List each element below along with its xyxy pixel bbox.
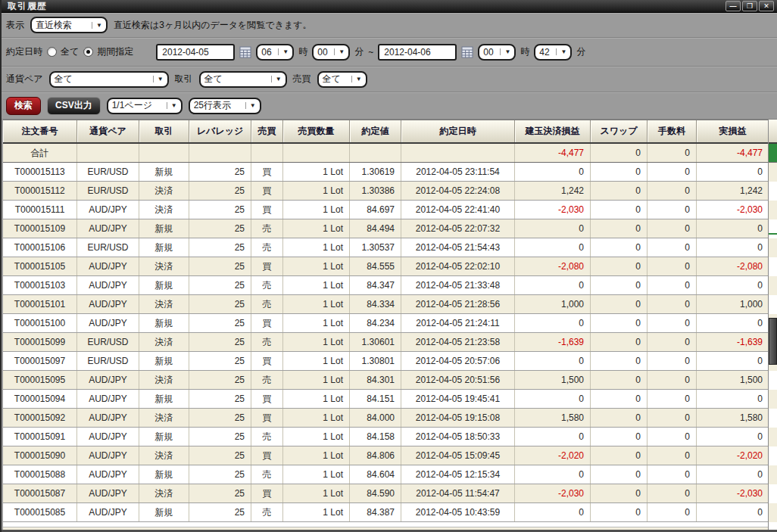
cell-fee: 0 bbox=[648, 503, 697, 521]
to-hour-select[interactable]: 00 ▼ bbox=[478, 44, 516, 61]
cell-net-pl: -2,020 bbox=[697, 446, 769, 465]
cell-side: 買 bbox=[251, 314, 283, 332]
cell-swap: 0 bbox=[591, 371, 648, 389]
chevron-down-icon: ▼ bbox=[92, 22, 102, 29]
cell-exec-price: 1.30619 bbox=[350, 163, 401, 181]
cell-exec-price: 84.151 bbox=[350, 390, 401, 408]
radio-period[interactable]: 期間指定 bbox=[83, 45, 133, 58]
close-button[interactable]: ✕ bbox=[759, 1, 774, 11]
action-row: 検索 CSV出力 1/1ページ ▼ 25行表示 ▼ bbox=[2, 92, 777, 120]
clipped-total-cell bbox=[769, 144, 777, 163]
display-note: 直近検索は3ヶ月以内のデータを閲覧できます。 bbox=[114, 19, 312, 32]
to-date-calendar-icon[interactable] bbox=[461, 46, 473, 58]
cell-currency-pair: EUR/USD bbox=[77, 182, 139, 200]
cell-net-pl: 0 bbox=[697, 314, 769, 332]
vertical-scrollbar-thumb[interactable] bbox=[769, 318, 777, 365]
cell-side: 買 bbox=[251, 446, 283, 465]
cell-trade-type: 新規 bbox=[139, 352, 189, 370]
cell-side: 売 bbox=[251, 276, 283, 294]
cell-position-pl: 0 bbox=[515, 219, 591, 238]
display-label: 表示 bbox=[6, 19, 24, 32]
cell-quantity: 1 Lot bbox=[283, 484, 350, 502]
datetime-filter-row: 約定日時 全て 期間指定 2012-04-05 06 ▼ 時 00 ▼ 分 ~ … bbox=[2, 38, 777, 67]
cell-net-pl: 1,580 bbox=[697, 409, 769, 427]
clipped-green-tick bbox=[769, 233, 777, 235]
cell-trade-type: 新規 bbox=[139, 503, 189, 521]
chevron-down-icon: ▼ bbox=[334, 48, 345, 55]
table-row: T000015099 EUR/USD 決済 25 売 1 Lot 1.30601… bbox=[3, 333, 769, 352]
window-title: 取引履歴 bbox=[8, 0, 47, 13]
total-net-pl: -4,477 bbox=[697, 144, 769, 162]
minimize-button[interactable]: — bbox=[726, 1, 741, 11]
display-select[interactable]: 直近検索 ▼ bbox=[30, 17, 108, 33]
cell-swap: 0 bbox=[591, 409, 648, 427]
datetime-label: 約定日時 bbox=[6, 45, 42, 58]
cell-leverage: 25 bbox=[189, 446, 251, 465]
cell-order-number: T000015095 bbox=[3, 371, 77, 389]
to-minute-select[interactable]: 42 ▼ bbox=[534, 44, 572, 61]
cell-trade-type: 新規 bbox=[139, 390, 189, 408]
radio-all[interactable]: 全て bbox=[47, 45, 79, 58]
cell-side: 売 bbox=[251, 295, 283, 313]
total-label: 合計 bbox=[3, 144, 77, 162]
cell-quantity: 1 Lot bbox=[283, 314, 350, 332]
display-select-value: 直近検索 bbox=[36, 19, 88, 32]
cell-trade-type: 決済 bbox=[139, 446, 189, 465]
cell-currency-pair: AUD/JPY bbox=[77, 201, 139, 219]
from-date-calendar-icon[interactable] bbox=[239, 46, 251, 58]
pair-select[interactable]: 全て ▼ bbox=[49, 71, 169, 88]
pair-label: 通貨ペア bbox=[6, 73, 43, 86]
cell-quantity: 1 Lot bbox=[283, 333, 350, 351]
side-select[interactable]: 全て ▼ bbox=[317, 71, 367, 88]
search-button[interactable]: 検索 bbox=[6, 97, 41, 115]
to-date-input[interactable]: 2012-04-06 bbox=[378, 44, 457, 61]
cell-leverage: 25 bbox=[189, 352, 251, 370]
cell-net-pl: 0 bbox=[697, 219, 769, 238]
hour-unit-label-2: 時 bbox=[520, 45, 529, 58]
cell-exec-datetime: 2012-04-05 12:15:34 bbox=[401, 465, 515, 484]
cell-currency-pair: AUD/JPY bbox=[77, 295, 139, 313]
cell-currency-pair: EUR/USD bbox=[77, 333, 139, 351]
cell-side: 売 bbox=[251, 428, 283, 446]
cell-leverage: 25 bbox=[189, 314, 251, 332]
cell-side: 買 bbox=[251, 352, 283, 370]
cell-leverage: 25 bbox=[189, 484, 251, 502]
header-quantity: 売買数量 bbox=[283, 120, 350, 142]
csv-export-button[interactable]: CSV出力 bbox=[47, 97, 101, 115]
cell-net-pl: -2,030 bbox=[697, 484, 769, 502]
cell-leverage: 25 bbox=[189, 371, 251, 389]
trade-select[interactable]: 全て ▼ bbox=[199, 71, 287, 88]
page-select[interactable]: 1/1ページ ▼ bbox=[107, 98, 183, 114]
cell-leverage: 25 bbox=[189, 238, 251, 257]
cell-net-pl: 0 bbox=[697, 163, 769, 181]
cell-net-pl: -2,030 bbox=[697, 201, 769, 219]
header-side: 売買 bbox=[251, 120, 283, 142]
cell-net-pl: -2,080 bbox=[697, 257, 769, 275]
cell-position-pl: 1,242 bbox=[515, 182, 591, 200]
from-minute-select[interactable]: 00 ▼ bbox=[312, 44, 350, 61]
cell-position-pl: 0 bbox=[515, 390, 591, 408]
empty-partial-row bbox=[3, 522, 769, 527]
cell-position-pl: 0 bbox=[515, 428, 591, 446]
cell-leverage: 25 bbox=[189, 428, 251, 446]
cell-quantity: 1 Lot bbox=[283, 446, 350, 465]
trade-history-table: 注文番号 通貨ペア 取引 レバレッジ 売買 売買数量 約定値 約定日時 建玉決済… bbox=[3, 120, 769, 530]
header-currency-pair: 通貨ペア bbox=[77, 120, 139, 142]
rows-per-page-select[interactable]: 25行表示 ▼ bbox=[189, 98, 261, 114]
cell-swap: 0 bbox=[591, 484, 648, 502]
cell-fee: 0 bbox=[648, 390, 697, 408]
cell-order-number: T000015097 bbox=[3, 352, 77, 370]
cell-exec-price: 84.301 bbox=[350, 371, 401, 389]
cell-currency-pair: AUD/JPY bbox=[77, 465, 139, 484]
from-hour-select[interactable]: 06 ▼ bbox=[256, 44, 294, 61]
cell-position-pl: 1,000 bbox=[515, 295, 591, 313]
table-row: T000015111 AUD/JPY 決済 25 買 1 Lot 84.697 … bbox=[3, 201, 769, 219]
cell-leverage: 25 bbox=[189, 409, 251, 427]
chevron-down-icon: ▼ bbox=[245, 102, 256, 109]
cell-trade-type: 新規 bbox=[139, 238, 189, 257]
maximize-button[interactable]: ❐ bbox=[742, 1, 757, 11]
cell-order-number: T000015087 bbox=[3, 484, 77, 502]
from-date-input[interactable]: 2012-04-05 bbox=[156, 44, 235, 61]
cell-fee: 0 bbox=[648, 428, 697, 446]
cell-leverage: 25 bbox=[189, 390, 251, 408]
